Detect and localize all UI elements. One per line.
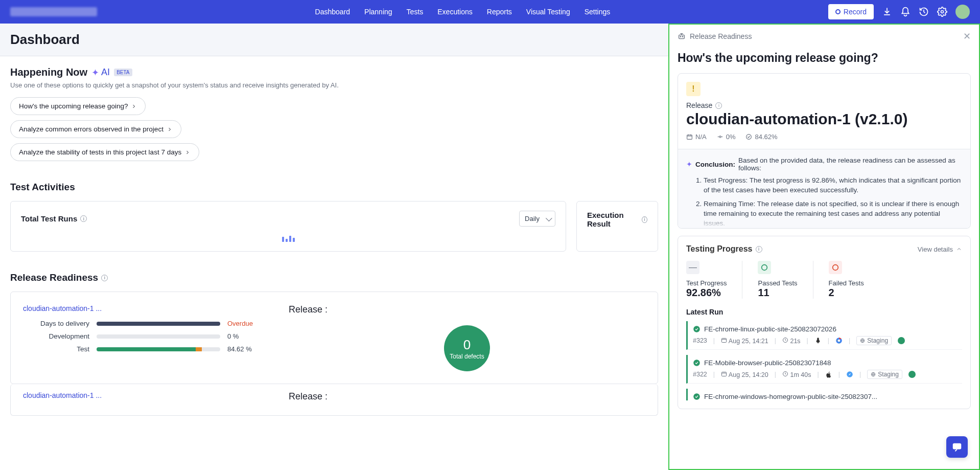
- chevron-up-icon: [956, 246, 962, 252]
- globe-icon: [871, 372, 876, 377]
- run-duration: 21s: [782, 337, 801, 345]
- conclusion-item-1: Test Progress: The test progress is 92.8…: [704, 176, 962, 195]
- env-chip: Staging: [867, 370, 902, 379]
- stat-date: N/A: [686, 133, 707, 141]
- sparkle-icon: ✦: [91, 67, 99, 78]
- gear-icon[interactable]: [937, 7, 947, 17]
- release-block-2: cloudian-automation-1 ... Release :: [10, 384, 658, 416]
- release-name-link-2[interactable]: cloudian-automation-1 ...: [23, 391, 258, 399]
- logo: [10, 7, 97, 16]
- page-title: Dashboard: [10, 32, 658, 48]
- row-development: Development 0 %: [23, 332, 258, 340]
- svg-point-20: [693, 393, 700, 400]
- release-name-link[interactable]: cloudian-automation-1 ...: [23, 304, 258, 312]
- svg-point-6: [746, 135, 752, 140]
- total-test-runs-card: Total Test Runs i Daily: [10, 201, 566, 252]
- info-icon[interactable]: i: [101, 275, 108, 281]
- run-time: Aug 25, 14:20: [721, 371, 768, 378]
- frequency-select[interactable]: Daily: [519, 211, 555, 227]
- status-dot: [898, 337, 905, 344]
- nav-executions[interactable]: Executions: [437, 8, 472, 16]
- release-center-title-2: Release :: [289, 391, 645, 402]
- info-icon[interactable]: i: [80, 215, 87, 222]
- stat-failed-tests: Failed Tests 2: [829, 261, 879, 299]
- svg-point-2: [680, 36, 681, 37]
- stat-dev: 0%: [717, 133, 736, 141]
- chip-common-errors[interactable]: Analyze common errors observed in the pr…: [10, 120, 181, 138]
- stat-test-progress: — Test Progress 92.86%: [686, 261, 742, 299]
- defects-donut: 0 Total defects: [444, 325, 490, 371]
- bell-icon[interactable]: [900, 7, 911, 17]
- info-icon[interactable]: i: [756, 246, 762, 253]
- run-id: #322: [693, 371, 707, 378]
- svg-point-13: [838, 340, 841, 342]
- run-time: Aug 25, 14:21: [721, 337, 768, 345]
- svg-point-15: [693, 360, 700, 366]
- info-icon[interactable]: i: [715, 102, 722, 109]
- status-dot: [908, 371, 916, 378]
- env-chip: Staging: [856, 336, 892, 345]
- chevron-right-icon: [184, 149, 191, 155]
- globe-icon: [860, 338, 865, 343]
- stat-passed-tests: Passed Tests 11: [758, 261, 813, 299]
- side-panel-breadcrumb: Release Readiness: [690, 32, 752, 40]
- svg-point-8: [832, 265, 838, 271]
- main-content: Dashboard Happening Now ✦ AI BETA Use on…: [0, 24, 668, 470]
- run-id: #323: [693, 337, 707, 344]
- apple-icon: [825, 371, 832, 378]
- calendar-icon: [686, 133, 693, 140]
- beta-badge: BETA: [114, 69, 132, 76]
- release-readiness-section: Release Readiness i cloudian-automation-…: [0, 262, 668, 426]
- download-icon[interactable]: [882, 7, 892, 17]
- run-item-1[interactable]: FE-chrome-linux-public-site-250823072026…: [686, 321, 962, 350]
- nav-visual-testing[interactable]: Visual Testing: [526, 8, 570, 16]
- record-label: Record: [844, 8, 867, 16]
- nav-planning[interactable]: Planning: [364, 8, 392, 16]
- svg-point-3: [682, 36, 683, 37]
- row-days-to-delivery: Days to delivery Overdue: [23, 320, 258, 327]
- happening-now-title: Happening Now: [10, 66, 87, 78]
- run-item-2[interactable]: FE-Mobile-browser-public-250823071848 #3…: [686, 355, 962, 384]
- calendar-icon: [721, 337, 727, 343]
- warning-icon: !: [686, 82, 701, 96]
- avatar[interactable]: [955, 5, 970, 19]
- ai-side-panel: Release Readiness ✕ How's the upcoming r…: [668, 24, 980, 470]
- linux-icon: [814, 337, 822, 344]
- view-details-link[interactable]: View details: [918, 245, 962, 253]
- happening-now-section: Happening Now ✦ AI BETA Use one of these…: [0, 56, 668, 171]
- conclusion-box: ✦ Conclusion: Based on the provided data…: [678, 149, 970, 228]
- circle-icon: [831, 263, 839, 272]
- check-circle-icon: [693, 393, 701, 400]
- svg-rect-4: [687, 135, 692, 140]
- testing-progress-card: Testing Progress i View details — Test P…: [678, 236, 971, 409]
- row-test: Test 84.62 %: [23, 345, 258, 353]
- record-icon: [835, 9, 841, 14]
- side-panel-question: How's the upcoming release going?: [669, 48, 979, 73]
- svg-rect-10: [722, 338, 727, 342]
- chip-test-stability[interactable]: Analyze the stability of tests in this p…: [10, 143, 199, 161]
- nav-dashboard[interactable]: Dashboard: [315, 8, 351, 16]
- calendar-icon: [721, 371, 727, 377]
- svg-point-0: [941, 11, 944, 13]
- release-label: Release i: [686, 101, 962, 109]
- nav-settings[interactable]: Settings: [585, 8, 611, 16]
- topbar: Dashboard Planning Tests Executions Repo…: [0, 0, 980, 24]
- history-icon[interactable]: [919, 7, 929, 17]
- nav-reports[interactable]: Reports: [487, 8, 512, 16]
- chip-release-going[interactable]: How's the upcoming release going?: [10, 97, 146, 115]
- clock-icon: [782, 337, 788, 343]
- svg-rect-16: [722, 372, 727, 376]
- safari-icon: [846, 371, 853, 378]
- close-icon[interactable]: ✕: [963, 31, 971, 42]
- record-button[interactable]: Record: [828, 4, 874, 19]
- test-activities-title: Test Activities: [10, 182, 658, 193]
- chrome-icon: [835, 337, 843, 344]
- run-item-3[interactable]: FE-chrome-windows-homegrown-public-site-…: [686, 389, 962, 400]
- bot-icon: [678, 32, 686, 40]
- page-header: Dashboard: [0, 24, 668, 56]
- total-test-runs-title: Total Test Runs i: [21, 214, 87, 223]
- topbar-right: Record: [828, 4, 970, 19]
- nav-tests[interactable]: Tests: [407, 8, 424, 16]
- help-fab[interactable]: [946, 436, 968, 458]
- info-icon[interactable]: i: [642, 216, 647, 223]
